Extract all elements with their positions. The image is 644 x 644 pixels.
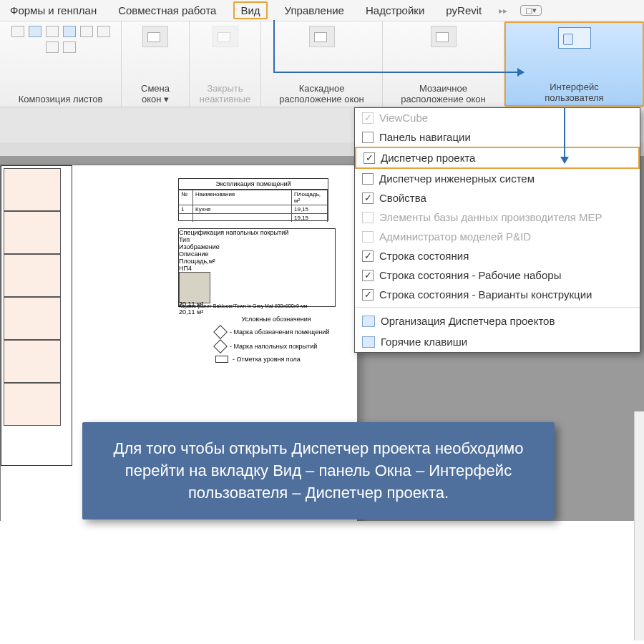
dd-item-7[interactable]: ✓Строка состояния <box>355 246 640 265</box>
dd-item-9[interactable]: ✓Строка состояния - Варианты конструкции <box>355 285 640 304</box>
switch-windows-icon <box>142 26 168 47</box>
panel-cascade[interactable]: Каскадноерасположение окон <box>261 21 383 107</box>
sheet-guide-icon[interactable] <box>80 26 93 37</box>
sheet-view-icon[interactable] <box>46 42 59 53</box>
checkbox-icon: ✓ <box>362 112 374 124</box>
ribbon: Композиция листов Сменаокон ▾ Закрытьнеа… <box>0 21 644 107</box>
ui-dropdown: ✓ViewCubeПанель навигации✓Диспетчер прое… <box>354 107 640 353</box>
checkbox-icon <box>362 132 374 143</box>
dd-item-5: Элементы базы данных производителя MEP <box>355 208 640 227</box>
material-thumb <box>179 272 210 303</box>
cascade-icon <box>309 26 335 47</box>
ribbon-scroll-icon[interactable]: ▸▸ <box>499 6 507 16</box>
room-tag-icon <box>213 325 228 339</box>
sheet-icon[interactable] <box>11 26 24 37</box>
checkbox-icon: ✓ <box>362 270 374 281</box>
sheet-match-icon[interactable] <box>97 26 110 37</box>
annotation-arrow-h <box>273 72 524 73</box>
scrollbar-v[interactable] <box>634 411 644 640</box>
menu-forms[interactable]: Формы и генплан <box>6 1 101 19</box>
dd-item-6: Администратор моделей P&ID <box>355 227 640 246</box>
sheet-title-icon[interactable] <box>46 26 59 37</box>
menu-manage[interactable]: Управление <box>280 1 348 19</box>
dd-item-1[interactable]: Панель навигации <box>355 127 640 147</box>
dd-cmd-label: Горячие клавиши <box>381 336 467 348</box>
checkbox-icon: ✓ <box>362 289 374 301</box>
sheet-rev-icon[interactable] <box>63 26 76 37</box>
dd-cmd-label: Организация Диспетчера проектов <box>381 315 555 327</box>
dd-item-label: Свойства <box>379 192 426 204</box>
panel-close-inactive: Закрытьнеактивные <box>190 21 261 107</box>
annotation-arrow-v <box>564 107 565 163</box>
room-schedule: Экспликация помещений №НаименованиеПлоща… <box>178 178 328 221</box>
panel-user-interface[interactable]: Интерфейспользователя <box>504 21 644 107</box>
menu-collab[interactable]: Совместная работа <box>114 1 220 19</box>
browser-org-icon <box>362 316 375 327</box>
tile-icon <box>431 26 457 47</box>
close-inactive-icon <box>213 26 238 47</box>
floor-plan <box>1 165 72 466</box>
ui-icon <box>558 27 591 49</box>
dd-item-label: Администратор моделей P&ID <box>379 230 531 243</box>
menu-pyrevit[interactable]: pyRevit <box>441 1 486 19</box>
checkbox-icon: ✓ <box>362 250 374 262</box>
checkbox-icon: ✓ <box>364 152 375 164</box>
panel-label: Композиция листов <box>19 94 103 105</box>
checkbox-icon <box>362 231 374 243</box>
checkbox-icon <box>362 212 374 223</box>
panel-switch-windows[interactable]: Сменаокон ▾ <box>122 21 190 107</box>
level-mark-icon <box>215 356 228 363</box>
dd-cmd1[interactable]: Организация Диспетчера проектов <box>355 311 640 331</box>
dd-item-2[interactable]: ✓Диспетчер проекта <box>355 147 640 169</box>
dd-item-label: ViewCube <box>379 112 428 124</box>
menu-addins[interactable]: Надстройки <box>361 1 429 19</box>
legend: Условные обозначения - Марка обозначения… <box>215 316 337 367</box>
keyboard-icon <box>362 336 375 348</box>
menu-view[interactable]: Вид <box>233 1 267 19</box>
dd-cmd2[interactable]: Горячие клавиши <box>355 331 640 352</box>
dd-item-label: Строка состояния <box>379 250 469 262</box>
dd-item-label: Диспетчер инженерных систем <box>379 172 535 185</box>
dd-item-0: ✓ViewCube <box>355 108 640 127</box>
panel-tile[interactable]: Мозаичноерасположение окон <box>383 21 504 107</box>
sheet-dup-icon[interactable] <box>29 26 42 37</box>
dd-item-label: Панель навигации <box>379 131 471 143</box>
separator <box>355 307 640 308</box>
dd-item-label: Строка состояния - Рабочие наборы <box>379 269 561 281</box>
dd-item-label: Строка состояния - Варианты конструкции <box>379 288 592 301</box>
floor-spec: Спецификация напольных покрытий ТипИзобр… <box>178 228 336 307</box>
instruction-callout: Для того чтобы открыть Диспетчер проекта… <box>82 422 555 519</box>
sheet-grid-icon[interactable] <box>63 42 76 53</box>
panel-sheet-composition: Композиция листов <box>0 21 122 107</box>
ribbon-minimize-icon[interactable]: ▢▾ <box>520 5 542 16</box>
floor-tag-icon <box>213 339 228 353</box>
dd-item-8[interactable]: ✓Строка состояния - Рабочие наборы <box>355 265 640 285</box>
menubar: Формы и генплан Совместная работа Вид Уп… <box>0 0 644 21</box>
checkbox-icon: ✓ <box>362 192 374 204</box>
dd-item-3[interactable]: Диспетчер инженерных систем <box>355 169 640 188</box>
checkbox-icon <box>362 173 374 185</box>
dd-item-4[interactable]: ✓Свойства <box>355 188 640 208</box>
dd-item-label: Элементы базы данных производителя MEP <box>379 211 602 223</box>
dd-item-label: Диспетчер проекта <box>381 152 475 164</box>
